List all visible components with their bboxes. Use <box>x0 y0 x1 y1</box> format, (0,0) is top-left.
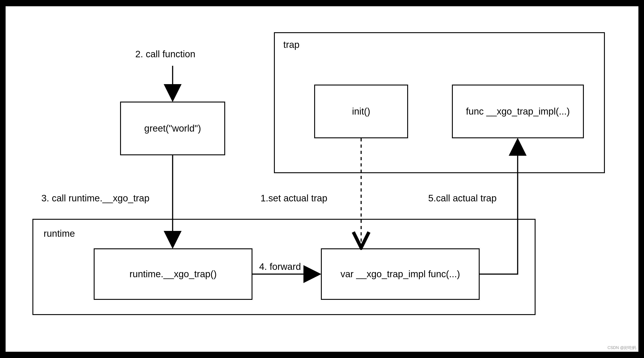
set-actual-trap-label: 1.set actual trap <box>260 193 327 204</box>
init-node: init() <box>314 85 408 138</box>
greet-text: greet("world") <box>144 123 201 134</box>
runtime-trap-text: runtime.__xgo_trap() <box>130 269 217 279</box>
greet-node: greet("world") <box>120 102 225 155</box>
call-function-label: 2. call function <box>135 49 196 60</box>
trap-label: trap <box>283 39 300 50</box>
watermark: CSDN @好吃蚂 <box>608 345 636 350</box>
trap-impl-var-text: var __xgo_trap_impl func(...) <box>340 269 460 279</box>
init-text: init() <box>352 106 370 117</box>
call-runtime-trap-label: 3. call runtime.__xgo_trap <box>41 193 149 204</box>
trap-impl-func-node: func __xgo_trap_impl(...) <box>452 85 584 138</box>
runtime-trap-node: runtime.__xgo_trap() <box>94 248 252 300</box>
call-actual-trap-label: 5.call actual trap <box>428 193 497 204</box>
trap-impl-func-text: func __xgo_trap_impl(...) <box>466 106 570 117</box>
runtime-label: runtime <box>44 228 75 239</box>
diagram-canvas: trap runtime greet("world") init() func … <box>6 6 638 352</box>
forward-label: 4. forward <box>259 261 301 272</box>
trap-impl-var-node: var __xgo_trap_impl func(...) <box>321 248 480 300</box>
